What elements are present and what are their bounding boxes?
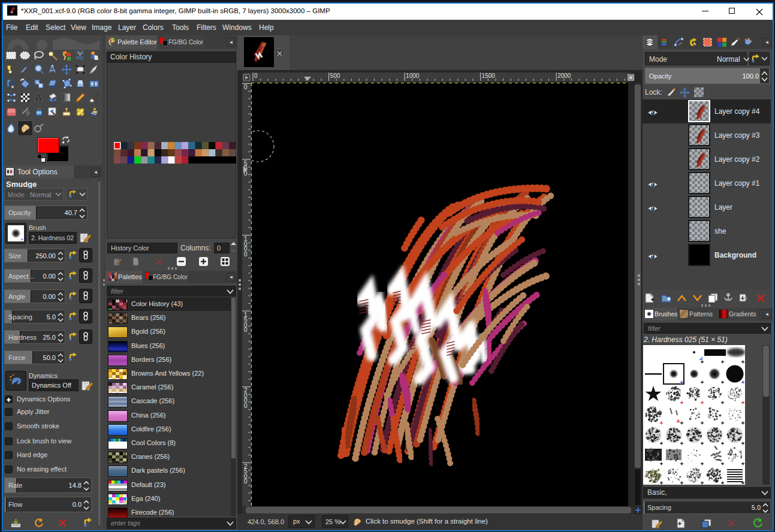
svg-text:0: 0: [244, 251, 248, 258]
svg-text:0: 0: [244, 478, 248, 485]
svg-text:+: +: [20, 237, 23, 243]
svg-text:0: 0: [244, 327, 248, 333]
svg-text:1500: 1500: [482, 72, 496, 79]
svg-text:500: 500: [330, 72, 340, 79]
svg-text:0: 0: [244, 403, 248, 409]
svg-text:2000: 2000: [557, 72, 571, 79]
svg-text:A: A: [35, 92, 42, 103]
svg-text:0: 0: [254, 72, 258, 79]
svg-text:1000: 1000: [406, 72, 420, 79]
svg-text:0: 0: [244, 84, 248, 90]
